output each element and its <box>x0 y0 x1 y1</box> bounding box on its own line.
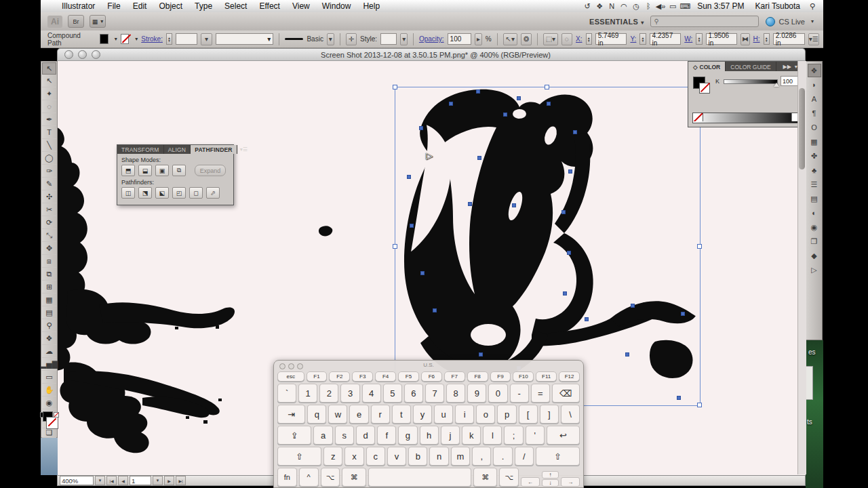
eyedropper-tool[interactable]: ⚲ <box>42 319 56 332</box>
key-button[interactable]: e <box>349 405 368 424</box>
key-button[interactable]: F8 <box>467 371 488 382</box>
merge-button[interactable]: ⬕ <box>155 187 169 199</box>
divide-button[interactable]: ◫ <box>121 187 135 199</box>
outline-button[interactable]: ◻ <box>189 187 203 199</box>
zoom-level-field[interactable]: 400% <box>60 476 94 485</box>
recolor-artwork-icon[interactable]: ✛ <box>346 33 357 45</box>
scissors-tool[interactable]: ✂ <box>42 203 56 216</box>
key-button[interactable]: f <box>377 426 396 445</box>
key-button[interactable]: F9 <box>490 371 511 382</box>
panel-menu-icon[interactable]: ▾☰ <box>808 33 820 45</box>
adobe-notifier-icon[interactable]: N <box>606 2 617 11</box>
type-tool[interactable]: T <box>42 126 56 139</box>
stroke-color-swatch[interactable] <box>47 418 58 428</box>
menu-item[interactable]: Window <box>316 1 357 11</box>
key-button[interactable]: 3 <box>340 384 359 403</box>
key-button[interactable]: 2 <box>319 384 338 403</box>
key-button[interactable]: l <box>483 426 502 445</box>
key-button[interactable]: g <box>398 426 417 445</box>
selection-tool[interactable]: ↖ <box>42 62 56 75</box>
character-panel-icon[interactable]: A <box>808 92 821 106</box>
artboards-panel-icon[interactable]: ▷ <box>808 263 821 277</box>
layers-panel-icon[interactable]: ◆ <box>808 249 821 262</box>
minimize-button[interactable] <box>288 363 294 369</box>
stroke-swatch[interactable] <box>121 34 129 44</box>
key-button[interactable]: n <box>429 447 448 466</box>
color-fill-stroke[interactable] <box>693 77 711 94</box>
scrollbar-thumb[interactable] <box>799 88 805 169</box>
tab-color-guide[interactable]: COLOR GUIDE <box>726 62 776 71</box>
document-title-bar[interactable]: Screen Shot 2013-12-08 at 3.50.15 PM.png… <box>57 48 806 61</box>
bluetooth-icon[interactable]: ᛒ <box>643 2 654 11</box>
graph-tool[interactable]: ▂▅▇ <box>42 358 56 371</box>
y-field[interactable]: 4.2357 in <box>650 33 682 45</box>
key-button[interactable]: ' <box>526 426 545 445</box>
unite-button[interactable]: ⬒ <box>121 165 135 176</box>
previous-artboard-button[interactable]: ◀ <box>118 476 128 485</box>
opentype-panel-icon[interactable]: O <box>808 121 821 134</box>
key-button[interactable]: b <box>408 447 427 466</box>
x-label[interactable]: X: <box>576 35 582 43</box>
opacity-link[interactable]: Opacity: <box>419 35 444 43</box>
free-transform-tool[interactable]: ⧈ <box>42 255 56 268</box>
symbols-panel-icon[interactable]: ♣ <box>808 163 821 177</box>
key-button[interactable]: 5 <box>383 384 402 403</box>
key-button[interactable]: a <box>313 426 332 445</box>
align-dropdown-icon[interactable]: ⬚▾ <box>543 33 557 45</box>
first-artboard-button[interactable]: |◀ <box>106 476 117 485</box>
key-button[interactable]: p <box>497 405 516 424</box>
x-stepper[interactable]: ▲▼ <box>586 33 592 45</box>
workspace-switcher[interactable]: ESSENTIALS▾ <box>589 18 644 26</box>
key-button[interactable]: 9 <box>467 384 486 403</box>
key-button[interactable]: F4 <box>375 371 396 382</box>
none-swatch[interactable] <box>693 113 703 121</box>
menu-item[interactable]: Type <box>189 1 218 11</box>
h-stepper[interactable]: ▲▼ <box>764 33 770 45</box>
h-field[interactable]: 2.0286 in <box>773 33 805 45</box>
lasso-tool[interactable]: ◌ <box>42 100 56 113</box>
stroke-color-swatch[interactable] <box>699 83 710 94</box>
crop-button[interactable]: ◰ <box>172 187 186 199</box>
menu-item[interactable]: Illustrator <box>56 1 101 11</box>
y-stepper[interactable]: ▲▼ <box>639 33 646 45</box>
menu-item[interactable]: Edit <box>127 1 153 11</box>
key-button[interactable]: d <box>356 426 375 445</box>
key-button[interactable]: [ <box>519 405 538 424</box>
down-arrow-key[interactable]: ↓ <box>542 479 559 487</box>
exclude-button[interactable]: ⧉ <box>172 165 186 176</box>
rotate-tool[interactable]: ⟳ <box>42 216 56 229</box>
stroke-weight-field[interactable] <box>176 33 197 45</box>
mesh-tool[interactable]: ▦ <box>42 293 56 306</box>
zoom-tool[interactable]: ◉ <box>42 396 56 409</box>
paintbrush-tool[interactable]: ✑ <box>42 165 56 178</box>
key-button[interactable]: o <box>476 405 495 424</box>
gradient-tool[interactable]: ▤ <box>42 306 56 319</box>
key-button[interactable]: F3 <box>352 371 373 382</box>
selection-handle[interactable] <box>697 244 702 249</box>
fill-swatch[interactable] <box>100 34 108 44</box>
key-button[interactable]: . <box>493 447 512 466</box>
key-button[interactable]: ⇪ <box>277 426 311 445</box>
opacity-field[interactable]: 100 <box>448 33 471 45</box>
constrain-proportions-icon[interactable]: ⧓ <box>741 33 749 45</box>
battery-icon[interactable]: ▭ <box>667 2 678 11</box>
menu-item[interactable]: File <box>101 1 126 11</box>
brush-dropdown-arrow[interactable]: ▾ <box>327 33 334 45</box>
tab-pathfinder[interactable]: PATHFINDER <box>191 145 237 154</box>
isolate-object-icon[interactable]: ❂ <box>521 33 532 45</box>
key-button[interactable]: \ <box>561 405 580 424</box>
up-arrow-key[interactable]: ↑ <box>542 471 559 479</box>
key-button[interactable]: 0 <box>488 384 507 403</box>
tab-color[interactable]: ◇ COLOR <box>688 62 726 71</box>
hand-tool[interactable]: ✋ <box>42 384 56 396</box>
blob-brush-tool[interactable]: ✣ <box>42 190 56 203</box>
key-button[interactable]: ` <box>277 384 296 403</box>
selection-handle[interactable] <box>393 85 397 89</box>
key-button[interactable]: 4 <box>362 384 381 403</box>
key-button[interactable]: w <box>328 405 347 424</box>
key-button[interactable]: ⇧ <box>536 447 580 466</box>
stroke-weight-dropdown[interactable]: ▾ <box>201 33 212 45</box>
key-button[interactable]: c <box>366 447 385 466</box>
glyphs-panel-icon[interactable]: ▦ <box>808 135 821 148</box>
key-button[interactable]: u <box>434 405 453 424</box>
